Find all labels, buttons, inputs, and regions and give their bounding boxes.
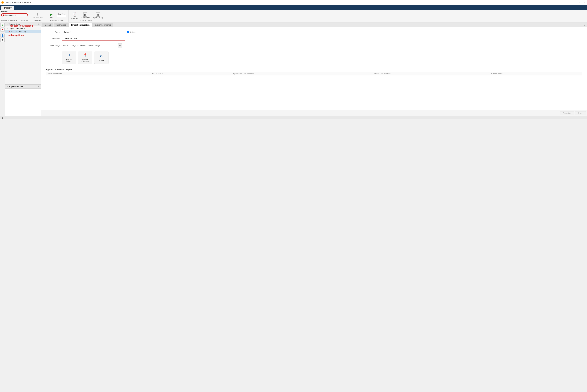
window-title: Simulink Real-Time Explorer: [6, 1, 31, 4]
data-inspector-label: DataInspector: [71, 16, 78, 19]
inner-panel: + ✕ 👤 ⊞ ▼ Targets Tree ⚙: [0, 22, 587, 116]
disk-usage-text: Connect to target computer to see disk u…: [62, 44, 116, 47]
tab-target[interactable]: TARGET: [1, 6, 14, 10]
start-label: Start: [50, 16, 53, 18]
targets-tree-gear-btn[interactable]: ⚙: [38, 23, 40, 26]
inner-tabs-left: Signals Parameters Target Configuration …: [42, 23, 113, 27]
start-icon: ▶: [50, 12, 52, 16]
load-application-button[interactable]: ⬇ Load Application: [30, 12, 44, 19]
ip-address-label: IP address: [46, 38, 60, 40]
station2-icon: ✖: [9, 30, 10, 33]
default-checkbox[interactable]: [127, 31, 129, 33]
app-tree-content: [5, 88, 41, 116]
tab-parameters[interactable]: Parameters: [54, 23, 68, 27]
data-inspector-button[interactable]: 📈 DataInspector: [70, 11, 79, 20]
name-row: Name default: [46, 30, 582, 34]
start-button[interactable]: ▶ Start: [47, 12, 55, 19]
bottom-row: Properties Delete: [41, 110, 587, 116]
import-file-log-button[interactable]: ▦ Import File Log: [92, 12, 104, 19]
application-tree-panel: ▼ Application Tree ⚙: [5, 84, 41, 116]
col-model-name: Model Name: [151, 72, 232, 76]
targets-tree-header: ▼ Targets Tree ⚙: [5, 22, 41, 26]
add-target-button[interactable]: +: [0, 23, 4, 27]
tet-monitor-label: TET Monitor: [81, 17, 90, 19]
inner-tabs-gear-btn[interactable]: ⚙: [584, 24, 586, 27]
stop-time-input[interactable]: [57, 15, 66, 18]
tet-monitor-button[interactable]: ▦ TET Monitor: [80, 12, 91, 19]
toolbar: Station2 ✖ Disconnected CONNECT TO TARGE…: [0, 10, 587, 22]
user-icon-button[interactable]: 👤: [0, 34, 4, 38]
disk-usage-row: Disk Usage Connect to target computer to…: [46, 43, 582, 48]
run-section-label: RUN ON TARGET: [50, 20, 64, 22]
stop-time-label: Stop Time: [58, 13, 66, 15]
ip-address-row: IP address: [46, 37, 582, 41]
tab-system-log-viewer[interactable]: System Log Viewer: [92, 23, 113, 27]
app-tree-header-left: ▼ Application Tree: [6, 86, 23, 88]
target-computers-group[interactable]: ▼ Target Computers: [5, 27, 41, 30]
apps-empty-row: [46, 76, 582, 107]
tab-signals[interactable]: Signals: [42, 23, 53, 27]
update-software-icon: ⬇: [68, 53, 70, 58]
review-results-label: REVIEW RESULTS: [80, 20, 95, 22]
connect-section-label: CONNECT TO TARGET COMPUTER: [1, 19, 28, 21]
action-buttons: ⬇ UpdateSoftware 📍 ChangeIP Address ↺ Re…: [62, 52, 582, 64]
remove-target-button[interactable]: ✕: [0, 28, 4, 32]
name-input[interactable]: [62, 30, 125, 34]
inner-tabs: Signals Parameters Target Configuration …: [41, 22, 587, 27]
close-button[interactable]: ✕: [582, 1, 586, 4]
properties-button[interactable]: Properties: [560, 111, 574, 115]
targets-tree-collapse-btn[interactable]: ▼: [6, 24, 8, 25]
app-tree-collapse-btn[interactable]: ▼: [6, 86, 8, 88]
target-computers-label: Target Computers: [8, 27, 25, 30]
targets-tree-content: ▼ Target Computers ✖ Station2 (default): [5, 26, 41, 84]
change-ip-address-button[interactable]: 📍 ChangeIP Address: [78, 52, 92, 64]
applications-table: Application Name Model Name Application …: [46, 72, 582, 107]
status-arrow-left[interactable]: ◀: [1, 116, 3, 119]
maximize-button[interactable]: ☐: [579, 1, 582, 4]
default-label: default: [130, 31, 136, 33]
apps-title: Applications on target computer:: [46, 68, 582, 70]
col-run-on-startup: Run on Startup: [490, 72, 582, 76]
disk-refresh-button[interactable]: ↻: [118, 43, 122, 48]
tab-target-configuration[interactable]: Target Configuration: [68, 23, 92, 27]
station2-tree-item[interactable]: ✖ Station2 (default): [5, 30, 41, 33]
tree-group-arrow: ▼: [6, 28, 8, 30]
app-tree-header: ▼ Application Tree ⚙: [5, 84, 41, 88]
col-app-last-modified: Application Last Modified: [232, 72, 373, 76]
disconnected-label: Disconnected: [6, 14, 16, 16]
station2-label: Station2 (default): [11, 30, 26, 33]
app-tree-label: Application Tree: [8, 86, 23, 88]
simulink-icon: 🔶: [1, 1, 4, 4]
tab-bar: TARGET: [0, 5, 587, 10]
disconnected-icon: ✖: [3, 14, 5, 16]
tree-section: ▼ Target Computers ✖ Station2 (default): [5, 26, 41, 34]
disconnected-badge[interactable]: ✖ Disconnected: [1, 13, 28, 17]
ip-address-input[interactable]: [62, 37, 125, 41]
tree-panels: ▼ Targets Tree ⚙ ▼ Target Computers: [5, 22, 41, 116]
name-label: Name: [46, 31, 60, 33]
applications-section: Applications on target computer: Applica…: [46, 68, 582, 107]
run-buttons: ▶ Start Stop Time: [47, 10, 67, 20]
review-section: 📈 DataInspector ▦ TET Monitor ▦ Import F…: [69, 10, 106, 22]
minimize-button[interactable]: —: [575, 1, 578, 4]
col-application-name: Application Name: [46, 72, 151, 76]
left-area: + ✕ 👤 ⊞ ▼ Targets Tree ⚙: [0, 22, 41, 116]
left-sidebar: + ✕ 👤 ⊞: [0, 22, 5, 116]
apps-header-row: Application Name Model Name Application …: [46, 72, 582, 76]
change-ip-label: ChangeIP Address: [81, 58, 90, 62]
delete-button[interactable]: Delete: [575, 111, 586, 115]
load-application-icon: ⬇: [36, 12, 39, 16]
reboot-button[interactable]: ↺ Reboot: [94, 52, 108, 64]
col-model-last-modified: Model Last Modified: [372, 72, 490, 76]
app-tree-gear-btn[interactable]: ⚙: [38, 85, 40, 88]
update-software-button[interactable]: ⬇ UpdateSoftware: [62, 52, 76, 64]
targets-tree-panel: ▼ Targets Tree ⚙ ▼ Target Computers: [5, 22, 41, 84]
apps-table-header: Application Name Model Name Application …: [46, 72, 582, 76]
title-bar-controls: — ☐ ✕: [575, 1, 586, 4]
content-area: Name default IP address Disk Usage Conne…: [41, 27, 587, 110]
main-window: 🔶 Simulink Real-Time Explorer — ☐ ✕ TARG…: [0, 0, 587, 119]
title-bar: 🔶 Simulink Real-Time Explorer — ☐ ✕: [0, 0, 587, 5]
title-bar-left: 🔶 Simulink Real-Time Explorer: [1, 1, 31, 4]
import-file-log-label: Import File Log: [93, 17, 103, 19]
filter-icon-button[interactable]: ⊞: [0, 38, 4, 42]
